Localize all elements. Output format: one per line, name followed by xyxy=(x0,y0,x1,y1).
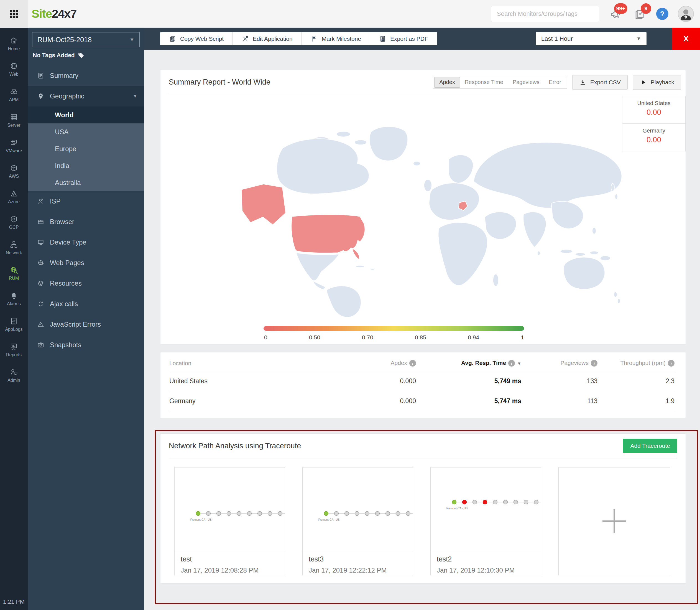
sidebar-item-label: Browser xyxy=(50,218,74,226)
sidebar-item-ajax-calls[interactable]: Ajax calls xyxy=(28,294,144,314)
page-title: Summary Report - World Wide xyxy=(169,78,428,86)
summary-header: Summary Report - World Wide Apdex Respon… xyxy=(161,70,686,92)
add-traceroute-button[interactable]: Add Traceroute xyxy=(623,439,677,453)
sidebar-item-usa[interactable]: USA xyxy=(28,123,144,140)
server-icon xyxy=(10,113,18,121)
azure-icon xyxy=(10,189,18,198)
info-icon[interactable]: i xyxy=(508,360,515,367)
rail-item-gcp[interactable]: GCP xyxy=(0,210,28,235)
close-button[interactable]: X xyxy=(672,28,700,50)
sidebar-item-browser[interactable]: Browser xyxy=(28,211,144,232)
info-icon[interactable]: i xyxy=(409,360,416,367)
world-map-panel: United States 0.00 Germany 0.00 0 0.50 0… xyxy=(161,94,686,343)
button-label: Copy Web Script xyxy=(180,35,223,42)
legend-tick: 0.85 xyxy=(415,334,426,341)
search-input[interactable] xyxy=(491,6,599,22)
col-throughput[interactable]: Throughput (rpm)i xyxy=(598,359,674,367)
rail-label: RUM xyxy=(9,276,19,281)
legend-gradient-bar xyxy=(264,326,524,331)
col-apdex[interactable]: Apdexi xyxy=(322,359,416,367)
sidebar-item-resources[interactable]: Resources xyxy=(28,273,144,294)
avatar[interactable] xyxy=(678,6,694,22)
sidebar-item-summary[interactable]: Summary xyxy=(28,65,144,86)
world-map[interactable] xyxy=(166,99,632,319)
rail-item-server[interactable]: Server xyxy=(0,108,28,133)
monitor-toolbar: Copy Web Script Edit Application Mark Mi… xyxy=(144,28,700,50)
tools-icon xyxy=(241,35,249,43)
rail-item-azure[interactable]: Azure xyxy=(0,184,28,210)
tab-error[interactable]: Error xyxy=(544,77,566,87)
sidebar-item-label: Ajax calls xyxy=(50,300,78,308)
svg-text:Fremont-CA - US: Fremont-CA - US xyxy=(190,518,212,521)
edit-application-button[interactable]: Edit Application xyxy=(233,32,302,45)
sidebar-item-label: Device Type xyxy=(50,239,86,246)
table-row[interactable]: United States 0.000 5,749 ms 133 2.3 xyxy=(169,371,674,391)
rail-item-network[interactable]: Network xyxy=(0,235,28,261)
sidebar-menu: Summary Geographic ▼ World USA Europe In… xyxy=(28,65,144,355)
button-label: Playback xyxy=(651,79,674,86)
add-traceroute-card[interactable] xyxy=(559,467,670,575)
rail-item-reports[interactable]: Reports xyxy=(0,337,28,363)
tab-pageviews[interactable]: Pageviews xyxy=(508,77,544,87)
mark-milestone-button[interactable]: Mark Milestone xyxy=(302,32,370,45)
table-row[interactable]: Germany 0.000 5,747 ms 113 1.9 xyxy=(169,391,674,411)
col-location: Location xyxy=(169,360,322,367)
announcements-button[interactable]: 99+ xyxy=(609,7,623,21)
apdex-country-box[interactable]: United States 0.00 xyxy=(622,96,686,124)
tab-apdex[interactable]: Apdex xyxy=(434,77,460,87)
sidebar-item-geographic[interactable]: Geographic ▼ xyxy=(28,86,144,107)
traceroute-item-test[interactable]: Fremont-CA - US test Jan 17, 2019 12:08:… xyxy=(174,467,285,575)
sidebar-item-world[interactable]: World xyxy=(28,107,144,123)
tab-response-time[interactable]: Response Time xyxy=(460,77,508,87)
traceroute-item-test3[interactable]: Fremont-CA - US test3 Jan 17, 2019 12:22… xyxy=(302,467,413,575)
rail-item-vmware[interactable]: VMware xyxy=(0,133,28,159)
logo-24x7: 24x7 xyxy=(52,7,77,20)
time-range-select[interactable]: Last 1 Hour ▼ xyxy=(536,32,647,45)
sidebar-item-isp[interactable]: ISP xyxy=(28,191,144,211)
rail-label: Network xyxy=(6,251,22,255)
rail-item-applogs[interactable]: AppLogs xyxy=(0,312,28,337)
traceroute-meta: test Jan 17, 2019 12:08:28 PM xyxy=(174,551,285,574)
col-avg-resp-time[interactable]: Avg. Resp. Timei▼ xyxy=(416,359,521,367)
tags-row[interactable]: No Tags Added xyxy=(33,52,144,59)
rail-item-admin[interactable]: Admin xyxy=(0,363,28,388)
col-pageviews[interactable]: Pageviewsi xyxy=(521,359,598,367)
apdex-side-panel: United States 0.00 Germany 0.00 xyxy=(622,96,686,151)
sidebar-item-snapshots[interactable]: Snapshots xyxy=(28,335,144,355)
rail-item-apm[interactable]: APM xyxy=(0,82,28,108)
rail-item-rum[interactable]: RUM xyxy=(0,261,28,286)
monitor-select[interactable]: RUM-Oct25-2018 ▼ xyxy=(32,32,140,47)
copy-web-script-button[interactable]: Copy Web Script xyxy=(160,32,233,45)
copy-icon xyxy=(169,35,176,43)
main-content: Summary Report - World Wide Apdex Respon… xyxy=(144,50,700,610)
sidebar-item-javascript-errors[interactable]: JavaScript Errors xyxy=(28,314,144,335)
traceroute-highlight-outline: Network Path Analysis using Traceroute A… xyxy=(155,430,698,604)
info-icon[interactable]: i xyxy=(591,360,598,367)
location-pin-icon xyxy=(37,93,44,100)
sidebar-item-europe[interactable]: Europe xyxy=(28,140,144,157)
sidebar-item-australia[interactable]: Australia xyxy=(28,174,144,191)
rail-item-home[interactable]: Home xyxy=(0,31,28,57)
rail-item-alarms[interactable]: Alarms xyxy=(0,286,28,312)
help-button[interactable]: ? xyxy=(656,8,668,20)
apdex-country-box[interactable]: Germany 0.00 xyxy=(622,124,686,151)
rail-item-aws[interactable]: AWS xyxy=(0,159,28,184)
status-clock: 1:21 PM xyxy=(0,598,28,605)
export-csv-button[interactable]: Export CSV xyxy=(572,75,628,90)
warning-triangle-icon xyxy=(37,321,44,328)
export-as-pdf-button[interactable]: Export as PDF xyxy=(370,32,437,45)
sidebar-item-web-pages[interactable]: Web Pages xyxy=(28,253,144,273)
traceroute-item-test2[interactable]: Fremont-CA - US test2 Jan 17, 2019 12:10… xyxy=(430,467,541,575)
sidebar-item-india[interactable]: India xyxy=(28,157,144,174)
country-name: United States xyxy=(622,100,685,107)
tasks-button[interactable]: 9 xyxy=(632,7,647,21)
playback-button[interactable]: Playback xyxy=(633,75,681,90)
info-icon[interactable]: i xyxy=(668,360,674,367)
traceroute-card: Network Path Analysis using Traceroute A… xyxy=(160,433,686,584)
rail-item-web[interactable]: Web xyxy=(0,57,28,82)
sort-desc-icon[interactable]: ▼ xyxy=(517,361,521,366)
apps-grid-button[interactable] xyxy=(0,0,28,28)
sidebar-item-device-type[interactable]: Device Type xyxy=(28,232,144,253)
traceroute-header: Network Path Analysis using Traceroute A… xyxy=(169,439,677,453)
legend-tick: 0.94 xyxy=(468,334,479,341)
